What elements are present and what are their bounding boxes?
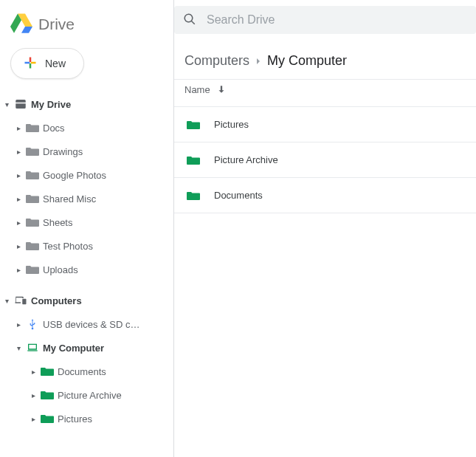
folder-icon (22, 146, 43, 157)
tree-label: My Drive (31, 99, 71, 110)
tree-item[interactable]: Pictures (1, 407, 173, 430)
chevron-right-icon[interactable] (15, 219, 22, 227)
chevron-right-icon[interactable] (15, 266, 22, 274)
file-list: PicturesPicture ArchiveDocuments (174, 107, 476, 213)
tree-label: Sheets (43, 217, 72, 228)
folder-icon (22, 241, 43, 251)
tree-item[interactable]: Docs (1, 116, 173, 140)
file-name: Picture Archive (214, 154, 278, 165)
tree-my-computer[interactable]: My Computer (1, 336, 173, 360)
new-button[interactable]: New (10, 48, 84, 79)
folder-icon (22, 123, 43, 133)
tree-item[interactable]: Test Photos (1, 234, 173, 258)
tree-label: Shared Misc (43, 193, 96, 205)
folder-icon (37, 366, 58, 377)
tree-label: My Computer (43, 343, 104, 354)
devices-icon (10, 294, 31, 307)
folder-icon (22, 170, 43, 180)
chevron-down-icon[interactable] (3, 100, 10, 109)
list-header[interactable]: Name (174, 79, 476, 107)
svg-rect-6 (31, 61, 36, 63)
main: Search Drive Computers My Computer Name … (173, 0, 476, 457)
tree-item[interactable]: Sheets (1, 210, 173, 234)
search-icon (183, 13, 196, 28)
search-placeholder: Search Drive (207, 13, 275, 27)
drive-logo-icon (10, 12, 32, 36)
file-name: Pictures (214, 119, 249, 130)
tree-item[interactable]: Picture Archive (1, 383, 173, 407)
svg-marker-1 (21, 27, 32, 33)
chevron-down-icon[interactable] (3, 297, 10, 305)
chevron-right-icon (249, 55, 267, 67)
chevron-right-icon[interactable] (15, 148, 22, 156)
chevron-right-icon[interactable] (15, 171, 22, 179)
search-box[interactable]: Search Drive (174, 6, 476, 34)
tree-label: Documents (58, 366, 106, 377)
tree-label: Uploads (43, 264, 78, 275)
folder-icon (184, 155, 202, 165)
tree-item[interactable]: Google Photos (1, 163, 173, 187)
chevron-right-icon[interactable] (30, 391, 37, 399)
chevron-right-icon[interactable] (15, 195, 22, 203)
file-row[interactable]: Picture Archive (174, 142, 476, 178)
file-name: Documents (214, 190, 263, 201)
folder-icon (22, 217, 43, 227)
tree-label: Docs (43, 123, 65, 134)
tree-computers[interactable]: Computers (1, 289, 173, 312)
breadcrumb: Computers My Computer (174, 40, 476, 79)
new-button-label: New (45, 58, 66, 69)
file-row[interactable]: Documents (174, 178, 476, 213)
folder-icon (184, 120, 202, 130)
folder-icon (37, 390, 58, 400)
tree-usb-devices[interactable]: USB devices & SD c… (1, 312, 173, 336)
tree-item[interactable]: Drawings (1, 140, 173, 163)
chevron-right-icon[interactable] (15, 320, 22, 329)
chevron-down-icon[interactable] (15, 344, 22, 352)
sidebar-tree: My Drive DocsDrawingsGoogle PhotosShared… (0, 92, 173, 430)
chevron-right-icon[interactable] (30, 415, 37, 423)
folder-icon (184, 190, 202, 201)
tree-item[interactable]: Shared Misc (1, 187, 173, 210)
logo-row: Drive (0, 6, 173, 45)
tree-label: USB devices & SD c… (43, 319, 140, 330)
folder-icon (22, 264, 43, 275)
svg-rect-3 (30, 57, 32, 62)
chevron-right-icon[interactable] (15, 242, 22, 250)
tree-label: Google Photos (43, 170, 106, 181)
chevron-right-icon[interactable] (15, 124, 22, 132)
sidebar: Drive New (0, 0, 173, 457)
tree-my-drive[interactable]: My Drive (1, 92, 173, 116)
svg-rect-4 (30, 63, 32, 68)
my-drive-icon (10, 97, 31, 111)
usb-icon (22, 317, 43, 331)
arrow-down-icon (216, 84, 227, 95)
folder-icon (22, 193, 43, 204)
folder-icon (37, 413, 58, 424)
column-name: Name (184, 84, 210, 95)
tree-item[interactable]: Documents (1, 360, 173, 383)
tree-label: Pictures (58, 413, 92, 425)
tree-label: Picture Archive (58, 390, 122, 401)
file-row[interactable]: Pictures (174, 107, 476, 142)
app-name: Drive (38, 16, 75, 33)
chevron-right-icon[interactable] (30, 368, 37, 376)
tree-label: Computers (31, 295, 82, 306)
tree-item[interactable]: Uploads (1, 258, 173, 281)
svg-rect-5 (25, 61, 30, 63)
tree-label: Test Photos (43, 241, 93, 252)
laptop-icon (22, 342, 43, 354)
breadcrumb-current[interactable]: My Computer (267, 53, 347, 69)
plus-icon (23, 55, 38, 72)
breadcrumb-parent[interactable]: Computers (184, 53, 249, 69)
tree-label: Drawings (43, 146, 83, 157)
